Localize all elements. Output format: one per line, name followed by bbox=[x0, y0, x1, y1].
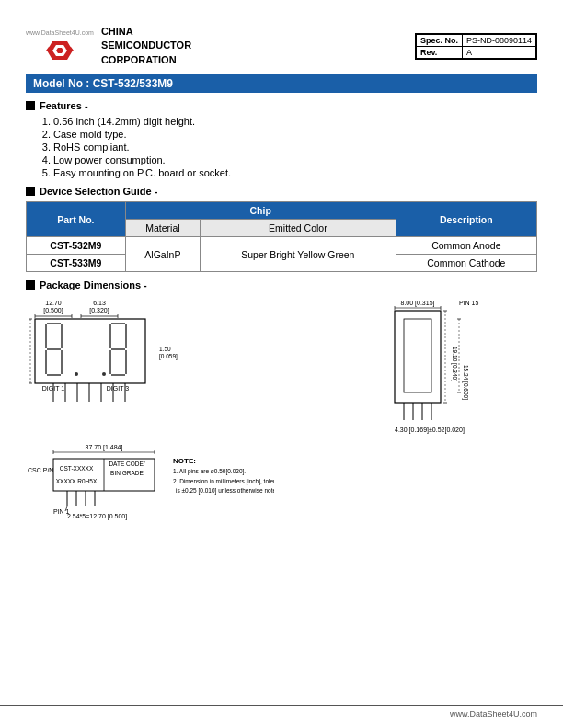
feature-item: RoHS compliant. bbox=[53, 142, 537, 153]
part-no-cell: CST-533M9 bbox=[27, 255, 126, 272]
package-icon bbox=[26, 280, 35, 290]
package-heading: Package Dimensions - bbox=[26, 279, 537, 290]
svg-text:CST-XXXXX: CST-XXXXX bbox=[60, 465, 94, 472]
color-cell: Super Bright Yellow Green bbox=[201, 237, 396, 272]
svg-text:[0.320]: [0.320] bbox=[89, 307, 109, 314]
page-footer: www.DataSheet4U.com bbox=[0, 705, 563, 719]
col-desc-header: Description bbox=[396, 202, 536, 237]
feature-item: 0.56 inch (14.2mm) digit height. bbox=[53, 116, 537, 127]
spec-box: Spec. No. PS-ND-08090114 Rev. A bbox=[415, 33, 537, 60]
svg-rect-75 bbox=[404, 319, 431, 392]
svg-text:is ±0.25 [0.010] unless otherw: is ±0.25 [0.010] unless otherwise noted. bbox=[176, 487, 274, 495]
spec-no-value: PS-ND-08090114 bbox=[462, 34, 535, 46]
feature-item: Low power consumption. bbox=[53, 154, 537, 165]
svg-text:[0.059]: [0.059] bbox=[159, 353, 178, 360]
svg-text:DATE CODE/: DATE CODE/ bbox=[109, 461, 144, 467]
label-diagram: 37.70 [1.484] CSC P/N CST-XXXXX XXXXX R0… bbox=[26, 440, 274, 523]
company-logo bbox=[43, 38, 76, 63]
front-diagram: 12.70 [0.500] 6.13 [0.320] bbox=[26, 296, 274, 438]
svg-text:19.10 [0.340]: 19.10 [0.340] bbox=[451, 347, 458, 381]
logo-url: www.DataSheet4U.com bbox=[26, 29, 94, 36]
svg-text:XXXXX R0H5X: XXXXX R0H5X bbox=[56, 478, 98, 484]
rev-value: A bbox=[462, 46, 535, 58]
svg-text:NOTE:: NOTE: bbox=[173, 457, 196, 465]
feature-item: Easy mounting on P.C. board or socket. bbox=[53, 167, 537, 178]
col-chip-header: Chip bbox=[125, 202, 396, 220]
svg-text:4.30 [0.169]±0.52[0.020]: 4.30 [0.169]±0.52[0.020] bbox=[395, 427, 465, 434]
feature-item: Case mold type. bbox=[53, 129, 537, 140]
col-material-header: Material bbox=[125, 220, 200, 237]
company-name: CHINA SEMICONDUCTOR CORPORATION bbox=[101, 25, 191, 67]
svg-rect-15 bbox=[35, 319, 145, 383]
spec-no-label: Spec. No. bbox=[416, 34, 462, 46]
device-heading: Device Selection Guide - bbox=[26, 186, 537, 197]
page-header: www.DataSheet4U.com CHINA SEMICONDUCTOR … bbox=[26, 25, 537, 67]
rev-label: Rev. bbox=[416, 46, 462, 58]
device-table: Part No. Chip Description Material Emitt… bbox=[26, 201, 537, 272]
svg-text:1.  All pins are ø0.50[0.020].: 1. All pins are ø0.50[0.020]. bbox=[173, 468, 246, 475]
svg-text:BIN GRADE: BIN GRADE bbox=[110, 470, 144, 476]
material-cell: AlGaInP bbox=[125, 237, 200, 272]
svg-text:8.00 [0.315]: 8.00 [0.315] bbox=[401, 300, 435, 307]
diagram-area: 12.70 [0.500] 6.13 [0.320] bbox=[26, 296, 537, 525]
svg-point-45 bbox=[102, 372, 106, 376]
svg-text:2.54*5=12.70 [0.500]: 2.54*5=12.70 [0.500] bbox=[67, 513, 127, 520]
device-icon bbox=[26, 187, 35, 196]
svg-text:37.70 [1.484]: 37.70 [1.484] bbox=[86, 444, 123, 451]
svg-text:DIGIT 3: DIGIT 3 bbox=[107, 385, 129, 392]
col-part-header: Part No. bbox=[27, 202, 126, 237]
svg-text:6.13: 6.13 bbox=[93, 300, 106, 306]
svg-text:PIN 15: PIN 15 bbox=[459, 300, 479, 306]
footer-url: www.DataSheet4U.com bbox=[450, 710, 537, 719]
svg-text:12.70: 12.70 bbox=[45, 300, 62, 306]
col-color-header: Emitted Color bbox=[201, 220, 396, 237]
features-heading: Features - bbox=[26, 100, 537, 111]
svg-text:2.  Dimension in millimeters [: 2. Dimension in millimeters [inch], tole… bbox=[173, 478, 274, 485]
side-diagram: 8.00 [0.315] PIN 15 19.10 [0.340] 15.24 … bbox=[390, 296, 537, 438]
diagram-right: 8.00 [0.315] PIN 15 19.10 [0.340] 15.24 … bbox=[390, 296, 537, 440]
table-row: CST-532M9 AlGaInP Super Bright Yellow Gr… bbox=[27, 237, 537, 255]
svg-rect-74 bbox=[395, 311, 441, 403]
svg-text:[0.500]: [0.500] bbox=[43, 307, 63, 314]
desc-cell: Common Cathode bbox=[396, 255, 536, 272]
desc-cell: Common Anode bbox=[396, 237, 536, 255]
part-no-cell: CST-532M9 bbox=[27, 237, 126, 255]
svg-text:15.24 [0.600]: 15.24 [0.600] bbox=[462, 365, 469, 400]
svg-text:CSC P/N: CSC P/N bbox=[28, 467, 53, 473]
features-list: 0.56 inch (14.2mm) digit height. Case mo… bbox=[26, 116, 537, 178]
svg-point-46 bbox=[75, 372, 78, 376]
svg-text:1.50: 1.50 bbox=[159, 346, 171, 352]
model-bar: Model No : CST-532/533M9 bbox=[26, 74, 537, 93]
features-icon bbox=[26, 101, 35, 110]
diagram-left: 12.70 [0.500] 6.13 [0.320] bbox=[26, 296, 372, 525]
